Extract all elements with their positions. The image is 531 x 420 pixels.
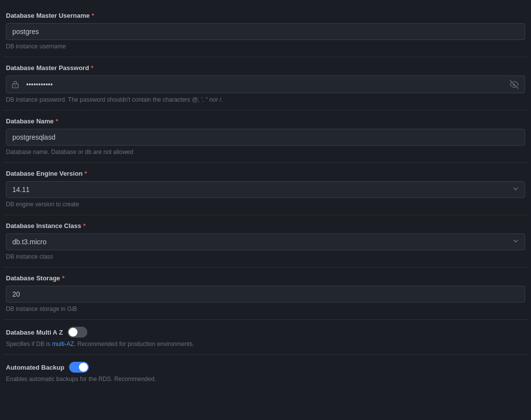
engine-version-required-marker: * [84, 170, 87, 177]
password-toggle-icon[interactable] [504, 76, 525, 93]
username-section: Database Master Username * DB instance u… [3, 5, 528, 57]
multi-az-toggle-row: Database Multi A Z [6, 327, 525, 338]
storage-section: Database Storage * DB instance storage i… [3, 267, 528, 320]
multi-az-section: Database Multi A Z Specifies if DB is mu… [3, 320, 528, 355]
username-input[interactable] [6, 23, 525, 40]
username-label-text: Database Master Username [6, 12, 90, 19]
svg-point-1 [15, 85, 16, 86]
automated-backup-slider [69, 362, 89, 373]
form-container: Database Master Username * DB instance u… [0, 0, 531, 394]
username-hint: DB instance username [6, 43, 525, 50]
storage-label: Database Storage * [6, 274, 525, 282]
automated-backup-toggle-row: Automated Backup [6, 362, 525, 373]
password-required-marker: * [91, 64, 93, 72]
password-wrapper [6, 76, 525, 93]
multi-az-slider [68, 327, 87, 338]
automated-backup-hint: Enables automatic backups for the RDS. R… [6, 376, 525, 382]
dbname-required-marker: * [56, 117, 58, 125]
automated-backup-section: Automated Backup Enables automatic backu… [3, 355, 528, 389]
password-label: Database Master Password * [6, 64, 525, 72]
password-lock-icon [6, 76, 24, 92]
engine-version-label: Database Engine Version * [6, 170, 525, 177]
engine-version-label-text: Database Engine Version [6, 170, 82, 177]
username-label: Database Master Username * [6, 12, 525, 19]
instance-class-select-wrapper: db.t3.micro db.t3.small db.t3.medium db.… [6, 233, 525, 250]
instance-class-hint: DB instance class [6, 253, 525, 260]
engine-version-select-wrapper: 14.11 14.10 13.14 12.18 [6, 181, 525, 198]
instance-class-required-marker: * [83, 222, 85, 229]
dbname-hint: Database name. Database or db are not al… [6, 149, 525, 155]
password-input[interactable] [24, 76, 504, 92]
engine-version-section: Database Engine Version * 14.11 14.10 13… [3, 163, 528, 215]
automated-backup-label: Automated Backup [6, 364, 64, 371]
instance-class-label-text: Database Instance Class [6, 222, 81, 229]
multi-az-toggle[interactable] [68, 327, 87, 338]
instance-class-section: Database Instance Class * db.t3.micro db… [3, 215, 528, 267]
engine-version-hint: DB engine version to create [6, 201, 525, 208]
username-required-marker: * [92, 12, 94, 19]
dbname-input[interactable] [6, 129, 525, 146]
multi-az-hint-link: multi-AZ [52, 341, 74, 347]
storage-hint: DB instance storage in GiB [6, 305, 525, 312]
instance-class-select[interactable]: db.t3.micro db.t3.small db.t3.medium db.… [6, 233, 525, 250]
engine-version-select[interactable]: 14.11 14.10 13.14 12.18 [6, 181, 525, 198]
storage-input[interactable] [6, 286, 525, 303]
password-label-text: Database Master Password [6, 64, 89, 72]
dbname-label: Database Name * [6, 117, 525, 125]
multi-az-hint: Specifies if DB is multi-AZ. Recommended… [6, 341, 525, 347]
instance-class-label: Database Instance Class * [6, 222, 525, 229]
password-section: Database Master Password * DB instance p… [3, 57, 528, 111]
automated-backup-toggle[interactable] [69, 362, 89, 373]
password-hint: DB instance password. The password shoul… [6, 96, 525, 103]
storage-required-marker: * [62, 274, 65, 282]
storage-label-text: Database Storage [6, 274, 60, 282]
dbname-label-text: Database Name [6, 117, 54, 125]
dbname-section: Database Name * Database name. Database … [3, 111, 528, 163]
multi-az-label: Database Multi A Z [6, 329, 63, 336]
